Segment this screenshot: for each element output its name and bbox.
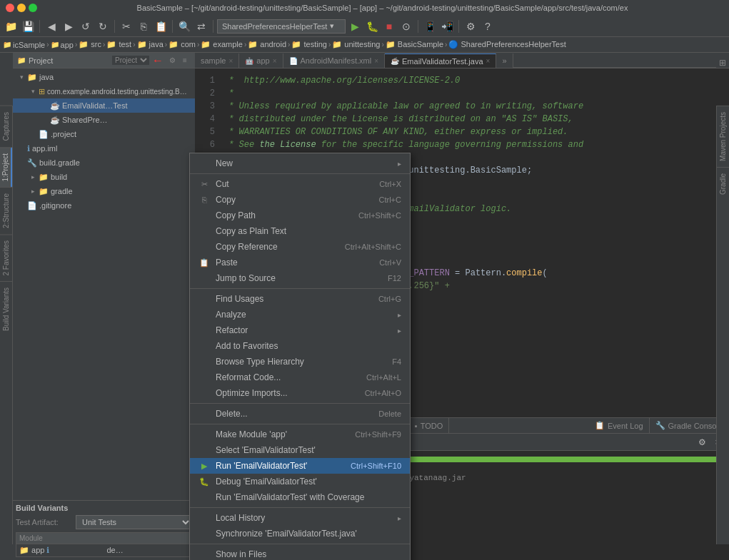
tab-more[interactable]: » [496,54,513,68]
event-log-button[interactable]: 📋 Event Log [589,418,650,434]
tree-item-gitignore[interactable]: 📄 .gitignore [13,198,195,213]
breadcrumb-item-basicsample[interactable]: 📁 BasicSample [386,40,443,49]
cut-button[interactable]: ✂ [119,19,134,34]
cm-item-run-coverage[interactable]: Run 'EmailValidatorTest' with Coverage [190,489,410,505]
cm-item-browse-hierarchy[interactable]: Browse Type Hierarchy F4 [190,354,410,370]
tab-close-email[interactable]: × [486,57,491,65]
tree-item-app-iml[interactable]: ℹ app.iml [13,141,195,156]
project-icon: 📁 [17,56,26,64]
stop-button[interactable]: ■ [381,19,397,34]
cm-item-show-files[interactable]: Show in Files [190,546,410,560]
breadcrumb-folder-icon-2: 📁 [51,41,59,49]
cm-item-optimize[interactable]: Optimize Imports... Ctrl+Alt+O [190,385,410,401]
cm-item-reformat[interactable]: Reformat Code... Ctrl+Alt+L [190,370,410,385]
paste-button[interactable]: 📋 [153,19,169,34]
breadcrumb-item-app[interactable]: 📁 app [51,41,74,49]
sidebar-item-favorites[interactable]: 2 Favorites [0,234,12,281]
open-folder-button[interactable]: 📁 [3,19,19,34]
cm-item-copy-ref[interactable]: Copy Reference Ctrl+Alt+Shift+C [190,239,410,255]
event-log-label: Event Log [608,422,643,430]
cm-item-cut[interactable]: ✂ Cut Ctrl+X [190,176,410,192]
tab-email-validator[interactable]: ☕ EmailValidatorTest.java × [385,54,496,68]
forward-button[interactable]: ▶ [61,19,76,34]
panel-gear-button[interactable]: ⚙ [166,55,178,66]
window-controls[interactable] [6,4,37,12]
cm-item-make-module[interactable]: Make Module 'app' Ctrl+Shift+F9 [190,427,410,442]
sidebar-item-project[interactable]: 1:Project [0,147,12,187]
cm-item-delete[interactable]: Delete... Delete [190,406,410,422]
maximize-button[interactable] [29,4,37,12]
tree-item-build-gradle[interactable]: 🔧 build.gradle [13,156,195,170]
tab-close-manifest[interactable]: × [374,57,378,65]
breadcrumb-item-unittesting[interactable]: 📁 unittesting [332,40,380,49]
cm-item-local-history[interactable]: Local History ▸ [190,510,410,526]
cm-item-analyze[interactable]: Analyze ▸ [190,307,410,322]
cm-item-copy[interactable]: ⎘ Copy Ctrl+C [190,192,410,208]
run-toolbar-settings[interactable]: ⚙ [695,435,709,449]
cm-item-copy-plain[interactable]: Copy as Plain Text [190,223,410,239]
coverage-button[interactable]: ⊙ [398,19,414,34]
breadcrumb-item-test[interactable]: 📁 test [106,40,131,49]
breadcrumb-item-example[interactable]: 📁 example [201,40,243,49]
cm-item-synchronize[interactable]: Synchronize 'EmailValidatorTest.java' [190,526,410,541]
breadcrumb-item[interactable]: 📁 icSample [3,41,45,49]
help-button[interactable]: ? [480,19,496,34]
tab-layout-button[interactable]: ⊞ [716,58,729,68]
breadcrumb-item-src[interactable]: 📁 src [79,40,101,49]
undo-button[interactable]: ↺ [78,19,94,34]
sidebar-item-build-variants[interactable]: Build Variants [0,281,12,337]
close-button[interactable] [6,4,14,12]
replace-button[interactable]: ⇄ [193,19,209,34]
tree-item-dotproject[interactable]: 📄 .project [13,127,195,141]
breadcrumb-item-file[interactable]: 🔵 SharedPreferencesHelperTest [448,40,565,49]
panel-layout-button[interactable]: ≡ [179,55,191,66]
sdk-manager-button[interactable]: 📱 [422,19,438,34]
cm-item-find-usages[interactable]: Find Usages Ctrl+G [190,291,410,307]
cm-item-refactor[interactable]: Refactor ▸ [190,322,410,338]
tab-close-sample[interactable]: × [228,57,233,65]
tab-close-app[interactable]: × [273,57,277,65]
project-view-selector[interactable]: Project [112,56,149,65]
redo-button[interactable]: ↻ [95,19,111,34]
sidebar-item-captures[interactable]: Captures [0,106,12,147]
cm-item-run-test[interactable]: ▶ Run 'EmailValidatorTest' Ctrl+Shift+F1… [190,458,410,474]
cm-item-paste[interactable]: 📋 Paste Ctrl+V [190,255,410,270]
sidebar-item-structure[interactable]: 2:Structure [0,187,12,234]
tree-item-gradle[interactable]: ▸ 📁 gradle [13,184,195,198]
tree-item-email-validator[interactable]: ☕ EmailValidat…Test [13,98,195,113]
breadcrumb-item-android[interactable]: 📁 android [248,40,286,49]
breadcrumb-item-java[interactable]: 📁 java [137,40,164,49]
avd-manager-button[interactable]: 📲 [439,19,455,34]
tab-todo[interactable]: ▪ TODO [409,418,449,434]
app-module-cell: 📁 app ℹ [16,544,104,556]
tab-sample[interactable]: sample × [195,54,239,68]
copy-cm-icon: ⎘ [198,195,210,204]
cm-item-new[interactable]: New ▸ [190,156,410,171]
build-variants-row[interactable]: 📁 app ℹ de… [16,544,192,557]
cm-item-add-favorites[interactable]: Add to Favorites [190,338,410,354]
tree-item-build[interactable]: ▸ 📁 build [13,170,195,184]
sidebar-item-gradle[interactable]: Gradle [717,167,729,200]
back-button[interactable]: ◀ [44,19,59,34]
minimize-button[interactable] [17,4,26,12]
tab-manifest[interactable]: 📄 AndroidManifest.xml × [283,54,386,68]
run-config-selector[interactable]: SharedPreferencesHelperTest ▾ [217,19,346,34]
copy-button[interactable]: ⎘ [136,19,151,34]
debug-button[interactable]: 🐛 [364,19,380,34]
sidebar-item-maven[interactable]: Maven Projects [717,106,729,167]
tree-item-java[interactable]: ▾ 📁 java [13,70,195,84]
run-button[interactable]: ▶ [347,19,363,34]
cm-item-debug-test[interactable]: 🐛 Debug 'EmailValidatorTest' [190,474,410,489]
tree-item-shared-prefs[interactable]: ☕ SharedPre… [13,113,195,127]
find-button[interactable]: 🔍 [176,19,192,34]
cm-item-copy-path[interactable]: Copy Path Ctrl+Shift+C [190,208,410,223]
breadcrumb-item-testing[interactable]: 📁 testing [291,40,326,49]
tab-app[interactable]: 🤖 app × [239,54,283,68]
cm-item-select-test[interactable]: Select 'EmailValidatorTest' [190,442,410,458]
tree-item-package[interactable]: ▾ ⊞ com.example.android.testing.unittest… [13,84,195,98]
save-button[interactable]: 💾 [20,19,36,34]
test-artifact-select[interactable]: Unit Tests [76,515,192,529]
breadcrumb-item-com[interactable]: 📁 com [169,40,196,49]
settings-button[interactable]: ⚙ [463,19,478,34]
cm-item-jump[interactable]: Jump to Source F12 [190,270,410,286]
